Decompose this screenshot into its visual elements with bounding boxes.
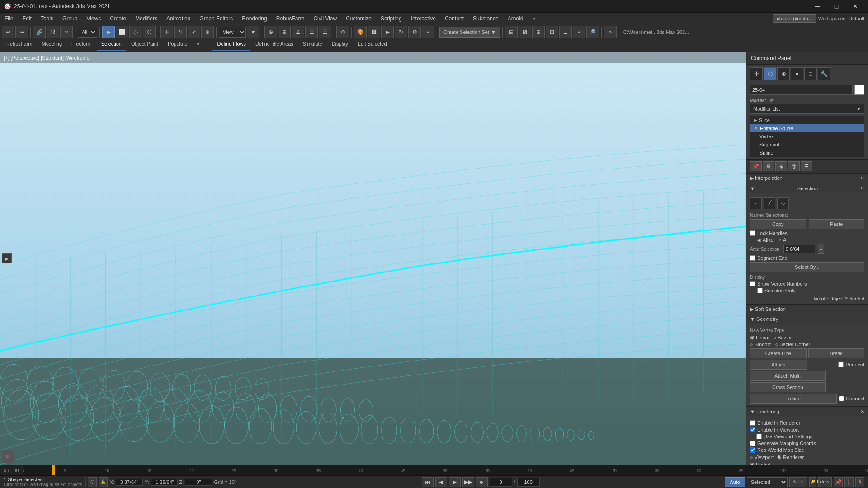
selection-close[interactable]: ✕ [860, 185, 864, 191]
menu-rebusfarm[interactable]: RebusFarm [272, 14, 309, 23]
prev-frame-button[interactable]: ◀ [435, 477, 447, 487]
subtab-object-paint[interactable]: Object Paint [127, 41, 163, 51]
link-button[interactable]: 🔗 [33, 26, 46, 38]
bezier-corner-radio[interactable]: ○ Bezier Corner [775, 342, 811, 347]
manage-layers[interactable]: ≡ [573, 26, 585, 38]
menu-rendering[interactable]: Rendering [237, 14, 271, 23]
modifier-item-editable-spline[interactable]: ▼ Editable Spline [750, 124, 864, 132]
menu-file[interactable]: File [0, 14, 18, 23]
attach-button[interactable]: Attach [750, 360, 807, 370]
key-filters-button[interactable]: 🔑 [809, 477, 816, 487]
subtab-modeling[interactable]: Modeling [37, 41, 66, 51]
interpolation-header[interactable]: ▶ Interpolation ✕ [746, 174, 868, 183]
bind-button[interactable]: ∞ [60, 26, 73, 38]
menu-substance[interactable]: Substance [468, 14, 503, 23]
object-color-swatch[interactable] [854, 85, 864, 95]
modifier-item-spline[interactable]: Spline [750, 149, 864, 157]
viewport-cube-tool[interactable]: ⬡ [2, 450, 14, 463]
paste-button[interactable]: Paste [809, 219, 865, 229]
subtab-edit-selected[interactable]: Edit Selected [353, 41, 392, 51]
gen-mapping-checkbox[interactable] [750, 441, 755, 446]
menu-modifiers[interactable]: Modifiers [131, 14, 162, 23]
modifier-dropdown[interactable]: Modifier List ▼ [750, 104, 864, 114]
more-tools[interactable]: » [604, 26, 617, 38]
connect-checkbox[interactable] [839, 396, 844, 401]
alike-radio[interactable]: ◉ Alike [757, 237, 774, 243]
undo-button[interactable]: ↩ [2, 26, 14, 38]
enable-renderer-checkbox[interactable] [750, 420, 755, 426]
segment-end-checkbox[interactable] [750, 255, 755, 261]
spinner-snap[interactable]: ☷ [319, 26, 331, 38]
subtab-rebusfarm[interactable]: RebusFarm [2, 41, 37, 51]
subtab-simulate[interactable]: Simulate [298, 41, 327, 51]
unique-button[interactable]: ◈ [775, 161, 787, 171]
spline-sel-icon[interactable]: ∿ [777, 197, 789, 209]
bezier-radio[interactable]: ○ Bezier [774, 334, 792, 340]
place-button[interactable]: ⊕ [201, 26, 214, 38]
prev-key-button[interactable]: ⏮ [422, 477, 434, 487]
display-panel-icon[interactable]: □ [804, 67, 817, 80]
reorient-checkbox[interactable] [838, 362, 844, 367]
linear-radio[interactable]: ◉ Linear [750, 334, 770, 340]
quick-align[interactable]: ≣ [559, 26, 572, 38]
area-sel-spinner[interactable]: ▲ [818, 244, 824, 254]
menu-customize[interactable]: Customize [341, 14, 376, 23]
renderer-radio[interactable]: ◉ Renderer [777, 454, 804, 460]
menu-scripting[interactable]: Scripting [376, 14, 406, 23]
align-button[interactable]: ⊟ [505, 26, 518, 38]
create-line-button[interactable]: Create Line [750, 348, 807, 358]
menu-arnold[interactable]: Arnold [503, 14, 528, 23]
rendering-close[interactable]: ✕ [860, 408, 864, 414]
subtab-more[interactable]: » [192, 41, 204, 51]
subtab-define-flows[interactable]: Define Flows [212, 41, 250, 51]
viewport-play-tool[interactable]: ▶ [2, 253, 12, 263]
modifier-item-slice[interactable]: ▶ Slice [750, 116, 864, 124]
run-tool[interactable]: 🏃 [855, 477, 864, 487]
rendering-header[interactable]: ▼ Rendering ✕ [746, 407, 868, 416]
selection-header[interactable]: ▼ Selection ✕ [746, 183, 868, 193]
all-radio[interactable]: ○ All [779, 237, 788, 243]
view-options-button[interactable]: ▼ [247, 26, 259, 38]
scene-xplorer[interactable]: 🔎 [586, 26, 599, 38]
menu-content[interactable]: Content [440, 14, 468, 23]
timeline-bar[interactable]: 0 5 10 15 20 25 30 35 40 45 50 55 60 65 … [23, 465, 868, 475]
create-selection-set-button[interactable]: Create Selection Set ▼ [439, 27, 500, 38]
subtab-display[interactable]: Display [327, 41, 353, 51]
subtab-selection[interactable]: Selection [97, 41, 126, 51]
render-production[interactable]: ▶ [381, 26, 394, 38]
create-panel-icon[interactable]: ✛ [750, 67, 763, 80]
unlink-button[interactable]: ⛓ [47, 26, 59, 38]
soft-selection-header[interactable]: ▶ Soft Selection [746, 305, 868, 314]
lock-handles-checkbox[interactable] [750, 230, 755, 236]
menu-edit[interactable]: Edit [18, 14, 36, 23]
timeline-marker[interactable] [52, 465, 55, 475]
snap-toggle[interactable]: ⊕ [264, 26, 277, 38]
use-viewport-settings-checkbox[interactable] [756, 434, 762, 439]
radial-radio[interactable]: ◉ Radial [750, 461, 770, 465]
object-name-input[interactable] [750, 85, 853, 95]
set-key-button[interactable]: Set K. [789, 477, 807, 487]
attach-mult-button[interactable]: Attach Mult. [750, 371, 826, 381]
close-button[interactable]: ✕ [846, 0, 864, 13]
motion-panel-icon[interactable]: ● [791, 67, 803, 80]
subtab-freeform[interactable]: Freeform [67, 41, 96, 51]
coord-z-value[interactable]: 0" [185, 479, 212, 486]
refine-button[interactable]: Refine [750, 394, 837, 404]
lock-button[interactable]: 🔒 [99, 477, 108, 487]
select-region-button[interactable]: ⬜ [116, 26, 128, 38]
modifier-item-segment[interactable]: Segment [750, 141, 864, 149]
play-button[interactable]: ▶ [449, 477, 461, 487]
subtab-populate[interactable]: Populate [163, 41, 192, 51]
paint-select-button[interactable]: ⬡ [143, 26, 156, 38]
move-button[interactable]: ✛ [160, 26, 173, 38]
redo-button[interactable]: ↪ [15, 26, 28, 38]
menu-group[interactable]: Group [58, 14, 82, 23]
scale-snap[interactable]: ☰ [305, 26, 318, 38]
lasso-button[interactable]: ◌ [129, 26, 142, 38]
scale-button[interactable]: ⤢ [188, 26, 200, 38]
render-frame[interactable]: 🖼 [368, 26, 380, 38]
real-world-checkbox[interactable] [750, 447, 755, 453]
modify-panel-icon[interactable]: ⬡ [764, 67, 776, 80]
hierarchy-panel-icon[interactable]: ⊕ [777, 67, 790, 80]
mirror-button[interactable]: ⊠ [519, 26, 531, 38]
